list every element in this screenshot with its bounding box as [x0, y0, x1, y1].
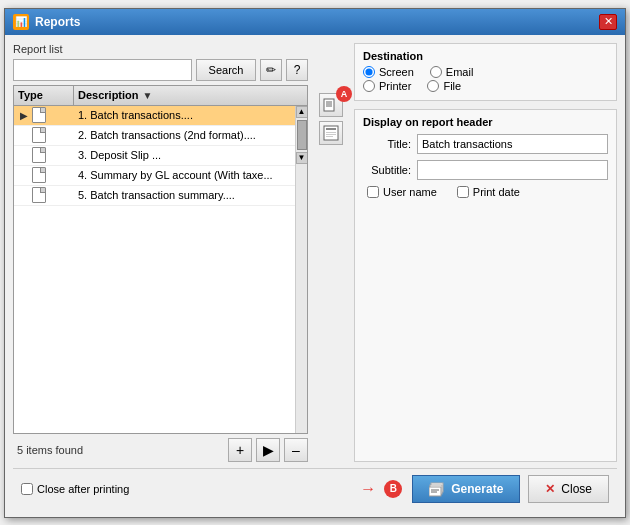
svg-rect-7 [326, 134, 336, 135]
move-to-report-icon [323, 97, 339, 113]
left-panel: Report list Search ✏ ? Type Description [13, 43, 308, 462]
scroll-thumb[interactable] [297, 120, 307, 150]
col-type-header: Type [14, 86, 74, 105]
destination-label: Destination [363, 50, 608, 62]
radio-printer[interactable]: Printer [363, 80, 411, 92]
report-table: Type Description ▼ ▶ [13, 85, 308, 434]
title-input[interactable] [417, 134, 608, 154]
table-scroll-wrapper: ▶ 1. Batch transactions.... 2 [14, 106, 307, 433]
checkbox-printdate[interactable]: Print date [457, 186, 520, 198]
checkbox-username-input[interactable] [367, 186, 379, 198]
preview-icon [323, 125, 339, 141]
table-row[interactable]: ▶ 1. Batch transactions.... [14, 106, 295, 126]
window-icon: 📊 [13, 14, 29, 30]
row-type-cell: ▶ [14, 107, 74, 123]
row-selected-arrow: ▶ [18, 110, 30, 121]
display-label: Display on report header [363, 116, 608, 128]
row-type-cell [14, 127, 74, 143]
svg-rect-5 [326, 128, 336, 130]
table-footer: 5 items found + ▶ – [13, 438, 308, 462]
row-desc-cell: 5. Batch transaction summary.... [74, 189, 295, 201]
title-bar: 📊 Reports ✕ [5, 9, 625, 35]
main-content: Report list Search ✏ ? Type Description [13, 43, 617, 462]
doc-icon [32, 147, 46, 163]
export-button[interactable]: ▶ [256, 438, 280, 462]
sort-arrow-icon: ▼ [143, 90, 153, 101]
close-x-icon: ✕ [545, 482, 555, 496]
annotation-b-badge: B [384, 480, 402, 498]
generate-button[interactable]: Generate [412, 475, 520, 503]
row-type-cell [14, 147, 74, 163]
generate-icon [429, 481, 445, 497]
window-body: Report list Search ✏ ? Type Description [5, 35, 625, 517]
preview-button[interactable] [319, 121, 343, 145]
table-row[interactable]: 3. Deposit Slip ... [14, 146, 295, 166]
radio-screen[interactable]: Screen [363, 66, 414, 78]
checkbox-close-after-input[interactable] [21, 483, 33, 495]
delete-button[interactable]: – [284, 438, 308, 462]
row-desc-cell: 4. Summary by GL account (With taxe... [74, 169, 295, 181]
checkbox-row: User name Print date [363, 186, 608, 198]
edit-button[interactable]: ✏ [260, 59, 282, 81]
row-arrow-placeholder [18, 150, 30, 161]
row-arrow-placeholder [18, 190, 30, 201]
title-label: Title: [363, 138, 411, 150]
search-input[interactable] [13, 59, 192, 81]
table-row[interactable]: 2. Batch transactions (2nd format).... [14, 126, 295, 146]
radio-printer-input[interactable] [363, 80, 375, 92]
status-text: 5 items found [13, 442, 87, 458]
title-field-row: Title: [363, 134, 608, 154]
radio-email-input[interactable] [430, 66, 442, 78]
svg-rect-0 [324, 99, 334, 111]
window-title: Reports [35, 15, 80, 29]
destination-box: Destination Screen Email [354, 43, 617, 101]
doc-icon [32, 167, 46, 183]
scrollbar[interactable]: ▲ ▼ [295, 106, 307, 433]
doc-icon [32, 127, 46, 143]
add-button[interactable]: + [228, 438, 252, 462]
table-header: Type Description ▼ [14, 86, 307, 106]
bottom-left: Close after printing [21, 483, 129, 495]
subtitle-field-row: Subtitle: [363, 160, 608, 180]
svg-rect-6 [326, 132, 336, 133]
row-arrow-placeholder [18, 170, 30, 181]
close-button[interactable]: ✕ Close [528, 475, 609, 503]
col-desc-header: Description ▼ [74, 86, 307, 105]
table-row[interactable]: 5. Batch transaction summary.... [14, 186, 295, 206]
help-button[interactable]: ? [286, 59, 308, 81]
search-button[interactable]: Search [196, 59, 256, 81]
report-list-label: Report list [13, 43, 308, 55]
move-to-report-button[interactable]: A [319, 93, 343, 117]
checkbox-username[interactable]: User name [367, 186, 437, 198]
radio-file-input[interactable] [427, 80, 439, 92]
radio-row-1: Screen Email [363, 66, 608, 78]
reports-window: 📊 Reports ✕ Report list Search ✏ ? [4, 8, 626, 518]
row-type-cell [14, 167, 74, 183]
annotation-a-badge: A [336, 86, 352, 102]
bottom-right: → B Generate ✕ Close [360, 475, 609, 503]
display-box: Display on report header Title: Subtitle… [354, 109, 617, 462]
row-arrow-placeholder [18, 130, 30, 141]
radio-email[interactable]: Email [430, 66, 474, 78]
doc-icon [32, 187, 46, 203]
row-type-cell [14, 187, 74, 203]
subtitle-label: Subtitle: [363, 164, 411, 176]
row-desc-cell: 3. Deposit Slip ... [74, 149, 295, 161]
search-row: Search ✏ ? [13, 59, 308, 81]
close-window-button[interactable]: ✕ [599, 14, 617, 30]
right-panel: Destination Screen Email [354, 43, 617, 462]
scroll-up-button[interactable]: ▲ [296, 106, 308, 118]
radio-row-2: Printer File [363, 80, 608, 92]
table-action-buttons: + ▶ – [228, 438, 308, 462]
checkbox-close-after[interactable]: Close after printing [21, 483, 129, 495]
scroll-down-button[interactable]: ▼ [296, 152, 308, 164]
bottom-panel: Close after printing → B Generate [13, 468, 617, 509]
doc-icon [32, 107, 46, 123]
subtitle-input[interactable] [417, 160, 608, 180]
radio-file[interactable]: File [427, 80, 461, 92]
row-desc-cell: 1. Batch transactions.... [74, 109, 295, 121]
svg-rect-8 [326, 136, 333, 137]
checkbox-printdate-input[interactable] [457, 186, 469, 198]
radio-screen-input[interactable] [363, 66, 375, 78]
table-row[interactable]: 4. Summary by GL account (With taxe... [14, 166, 295, 186]
